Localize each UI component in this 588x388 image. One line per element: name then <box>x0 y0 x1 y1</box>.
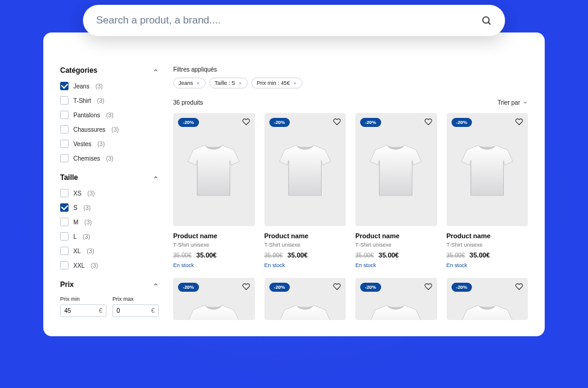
checkbox[interactable] <box>60 218 69 226</box>
filter-item-categories-0[interactable]: Jeans(3) <box>60 82 159 90</box>
filter-item-categories-3[interactable]: Chaussures(3) <box>60 125 159 134</box>
filter-chip-0[interactable]: Jeans <box>173 78 206 88</box>
filter-label: Jeans <box>73 83 90 90</box>
chip-label: Jeans <box>179 80 193 86</box>
filter-label: XS <box>73 190 81 197</box>
prix-max-input[interactable] <box>117 307 151 314</box>
checkbox[interactable] <box>60 203 69 212</box>
product-subtitle: T-Shirt unisexe <box>355 242 437 248</box>
filter-header-prix[interactable]: Prix <box>60 280 159 289</box>
discount-badge: -20% <box>178 118 199 127</box>
filter-count: (3) <box>96 83 103 90</box>
checkbox[interactable] <box>60 189 69 197</box>
filter-item-categories-2[interactable]: Pantalons(3) <box>60 111 159 119</box>
close-icon[interactable] <box>196 81 200 85</box>
checkbox[interactable] <box>60 96 69 105</box>
heart-icon[interactable] <box>515 283 523 291</box>
checkbox[interactable] <box>60 232 69 241</box>
filter-header-categories[interactable]: Catégories <box>60 66 159 75</box>
heart-icon[interactable] <box>333 283 341 291</box>
product-card-2[interactable]: -20% Product nameT-Shirt unisexe35.00€35… <box>355 113 437 268</box>
checkbox[interactable] <box>60 154 69 162</box>
product-card-5[interactable]: -20% <box>265 278 346 320</box>
close-icon[interactable] <box>293 81 297 85</box>
product-card-3[interactable]: -20% Product nameT-Shirt unisexe35.00€35… <box>447 113 528 268</box>
filter-section-taille: Taille XS(3)S(3)M(3)L(3)XL(3)XXL(3) <box>60 173 159 269</box>
checkbox[interactable] <box>60 111 69 119</box>
prix-min-input-wrapper[interactable]: € <box>60 304 106 317</box>
filter-title: Prix <box>60 280 74 289</box>
product-image[interactable]: -20% <box>173 113 255 226</box>
product-card-1[interactable]: -20% Product nameT-Shirt unisexe35.00€35… <box>265 113 346 268</box>
filter-label: Vestes <box>73 141 91 147</box>
filter-count: (3) <box>83 233 90 240</box>
filter-chip-2[interactable]: Prix min : 45€ <box>251 78 302 88</box>
filter-item-categories-5[interactable]: Chemises(3) <box>60 154 159 162</box>
filter-count: (3) <box>87 190 94 197</box>
search-bar[interactable] <box>83 5 505 36</box>
price-row: 35.00€35.00€ <box>355 251 437 259</box>
close-icon[interactable] <box>238 81 242 85</box>
price-new: 35.00€ <box>379 251 399 259</box>
discount-badge: -20% <box>360 118 381 127</box>
filter-item-taille-4[interactable]: XL(3) <box>60 247 159 255</box>
filter-item-categories-4[interactable]: Vestes(3) <box>60 140 159 148</box>
discount-badge: -20% <box>269 283 290 292</box>
product-name: Product name <box>447 232 528 239</box>
filter-title: Taille <box>60 173 78 182</box>
discount-badge: -20% <box>452 118 473 127</box>
heart-icon[interactable] <box>515 118 523 126</box>
search-input[interactable] <box>96 14 481 26</box>
filter-item-taille-3[interactable]: L(3) <box>60 232 159 241</box>
chevron-up-icon <box>153 282 159 288</box>
checkbox[interactable] <box>60 247 69 255</box>
checkbox[interactable] <box>60 125 69 134</box>
product-image[interactable]: -20% <box>265 278 346 320</box>
heart-icon[interactable] <box>424 118 432 126</box>
price-new: 35.00€ <box>470 251 490 259</box>
prix-max-input-wrapper[interactable]: € <box>112 304 159 317</box>
heart-icon[interactable] <box>333 118 341 126</box>
heart-icon[interactable] <box>242 118 250 126</box>
product-image[interactable]: -20% <box>355 278 437 320</box>
sort-dropdown[interactable]: Trier par <box>498 99 528 106</box>
product-image[interactable]: -20% <box>447 278 528 320</box>
filter-title: Catégories <box>60 66 97 75</box>
heart-icon[interactable] <box>242 283 250 291</box>
product-image[interactable]: -20% <box>355 113 437 226</box>
filter-count: (3) <box>91 262 98 269</box>
product-card-4[interactable]: -20% <box>173 278 255 320</box>
heart-icon[interactable] <box>424 283 432 291</box>
filter-item-taille-5[interactable]: XXL(3) <box>60 261 159 269</box>
filter-item-categories-1[interactable]: T-Shirt(3) <box>60 96 159 105</box>
filter-count: (3) <box>111 126 118 133</box>
filter-count: (3) <box>97 141 105 147</box>
checkbox[interactable] <box>60 140 69 148</box>
discount-badge: -20% <box>452 283 473 292</box>
tshirt-image <box>452 135 522 205</box>
checkbox[interactable] <box>60 261 69 269</box>
product-name: Product name <box>265 232 346 239</box>
filter-item-taille-0[interactable]: XS(3) <box>60 189 159 197</box>
filter-label: XL <box>73 248 81 254</box>
product-card-7[interactable]: -20% <box>447 278 528 320</box>
tshirt-image <box>361 135 431 205</box>
stock-status: En stock <box>447 262 528 268</box>
checkbox[interactable] <box>60 82 69 90</box>
product-card-0[interactable]: -20% Product nameT-Shirt unisexe35.00€35… <box>173 113 255 268</box>
filter-item-taille-2[interactable]: M(3) <box>60 218 159 226</box>
product-card-6[interactable]: -20% <box>355 278 437 320</box>
product-grid: -20% Product nameT-Shirt unisexe35.00€35… <box>173 113 528 320</box>
chip-label: Prix min : 45€ <box>257 80 290 86</box>
prix-min-input[interactable] <box>64 307 99 314</box>
product-image[interactable]: -20% <box>447 113 528 226</box>
chevron-up-icon <box>153 174 159 180</box>
filter-header-taille[interactable]: Taille <box>60 173 159 182</box>
filter-chip-1[interactable]: Taille : S <box>209 78 248 88</box>
filter-item-taille-1[interactable]: S(3) <box>60 203 159 212</box>
product-image[interactable]: -20% <box>173 278 255 320</box>
tshirt-image <box>179 295 249 320</box>
chip-label: Taille : S <box>215 80 235 86</box>
product-image[interactable]: -20% <box>265 113 346 226</box>
filter-label: S <box>73 205 78 211</box>
